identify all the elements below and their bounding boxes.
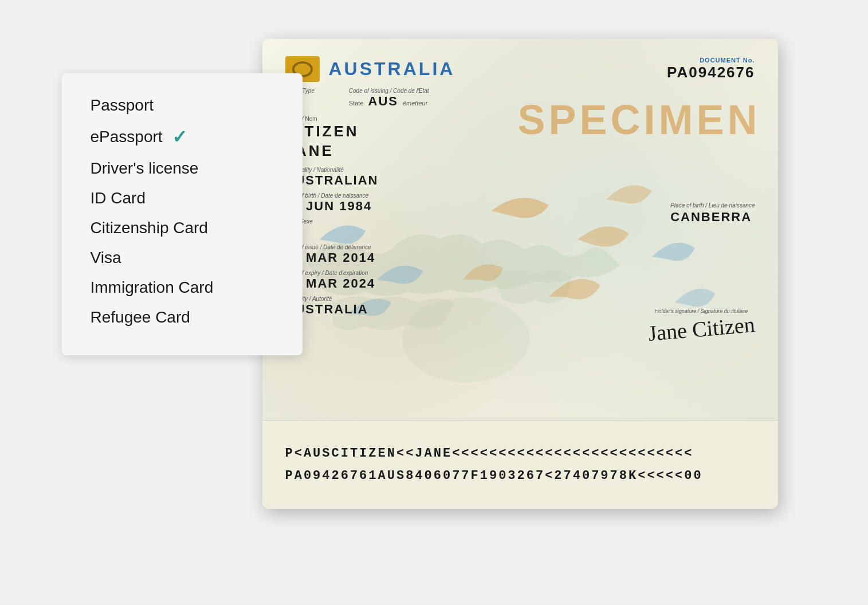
- country-title: AUSTRALIA: [329, 58, 455, 80]
- passport-card: AUSTRALIA DOCUMENT No. PA0942676 Type / …: [262, 39, 778, 509]
- passport-logo: AUSTRALIA: [285, 56, 455, 82]
- state-row: State AUS émetteur: [349, 94, 429, 109]
- visa-label: Visa: [91, 249, 121, 267]
- type-row: Type / Type P Code of issuing / Code de …: [285, 88, 755, 109]
- authority-label: Authority / Autorité: [285, 296, 755, 302]
- emetteur-label: émetteur: [403, 100, 427, 107]
- dropdown-panel: Passport ePassport ✓ Driver's license ID…: [62, 73, 303, 355]
- state-label: State: [349, 100, 364, 107]
- issuing-label: Code of issuing / Code de l'Etat: [349, 88, 429, 94]
- expiry-field: Date of expiry / Date d'expiration 01 MA…: [285, 270, 755, 291]
- dropdown-item-passport[interactable]: Passport: [91, 91, 280, 120]
- citizenship-card-label: Citizenship Card: [91, 219, 208, 237]
- nationality-field: Nationality / Nationalité AUSTRALIAN: [285, 167, 755, 188]
- mrz-line-2: PA09426761AUS8406077F1903267<27407978K<<…: [285, 469, 755, 483]
- mrz-line-1: P<AUSCITIZEN<<JANE<<<<<<<<<<<<<<<<<<<<<<…: [285, 446, 755, 461]
- pob-section: Place of birth / Lieu de naissance CANBE…: [670, 199, 755, 225]
- name-section: Name / Nom CITIZEN JANE: [285, 116, 755, 161]
- checkmark-icon: ✓: [172, 126, 187, 148]
- doc-number-label: DOCUMENT No.: [667, 57, 755, 64]
- dropdown-item-citizenship-card[interactable]: Citizenship Card: [91, 213, 280, 243]
- name-line1: CITIZEN: [285, 122, 755, 142]
- epassport-label: ePassport: [91, 128, 163, 146]
- issue-label: Date of issue / Date de délivrance: [285, 244, 755, 250]
- signature: Jane Citizen: [647, 312, 756, 346]
- issue-value: 01 MAR 2014: [285, 250, 755, 265]
- pob-label: Place of birth / Lieu de naissance: [670, 202, 755, 209]
- immigration-card-label: Immigration Card: [91, 278, 214, 297]
- issuing-field: Code of issuing / Code de l'Etat State A…: [349, 88, 429, 109]
- pob-value: CANBERRA: [670, 210, 755, 225]
- doc-number-block: DOCUMENT No. PA0942676: [667, 57, 755, 81]
- signature-area: Holder's signature / Signature du titula…: [648, 308, 755, 341]
- expiry-label: Date of expiry / Date d'expiration: [285, 270, 755, 276]
- sex-value: F: [285, 225, 755, 239]
- passport-main-content: AUSTRALIA DOCUMENT No. PA0942676 Type / …: [262, 39, 778, 333]
- name-label: Name / Nom: [285, 116, 755, 122]
- dropdown-item-drivers-license[interactable]: Driver's license: [91, 154, 280, 183]
- id-card-label: ID Card: [91, 189, 146, 207]
- passport-label: Passport: [91, 96, 154, 115]
- dob-label: Date of birth / Date de naissance: [285, 192, 755, 199]
- issue-field: Date of issue / Date de délivrance 01 MA…: [285, 244, 755, 265]
- dropdown-item-visa[interactable]: Visa: [91, 243, 280, 273]
- dropdown-item-epassport[interactable]: ePassport ✓: [91, 120, 280, 154]
- passport-header: AUSTRALIA DOCUMENT No. PA0942676: [285, 56, 755, 82]
- dropdown-item-id-card[interactable]: ID Card: [91, 183, 280, 213]
- doc-number-value: PA0942676: [667, 64, 755, 81]
- refugee-card-label: Refugee Card: [91, 308, 190, 327]
- drivers-license-label: Driver's license: [91, 159, 199, 178]
- name-line2: JANE: [285, 142, 755, 161]
- state-value: AUS: [368, 94, 398, 109]
- dropdown-item-immigration-card[interactable]: Immigration Card: [91, 273, 280, 302]
- nationality-label: Nationality / Nationalité: [285, 167, 755, 173]
- mrz-zone: P<AUSCITIZEN<<JANE<<<<<<<<<<<<<<<<<<<<<<…: [262, 420, 778, 509]
- nationality-value: AUSTRALIAN: [285, 173, 755, 188]
- main-container: Passport ePassport ✓ Driver's license ID…: [62, 39, 807, 566]
- expiry-value: 01 MAR 2024: [285, 276, 755, 291]
- dropdown-item-refugee-card[interactable]: Refugee Card: [91, 302, 280, 332]
